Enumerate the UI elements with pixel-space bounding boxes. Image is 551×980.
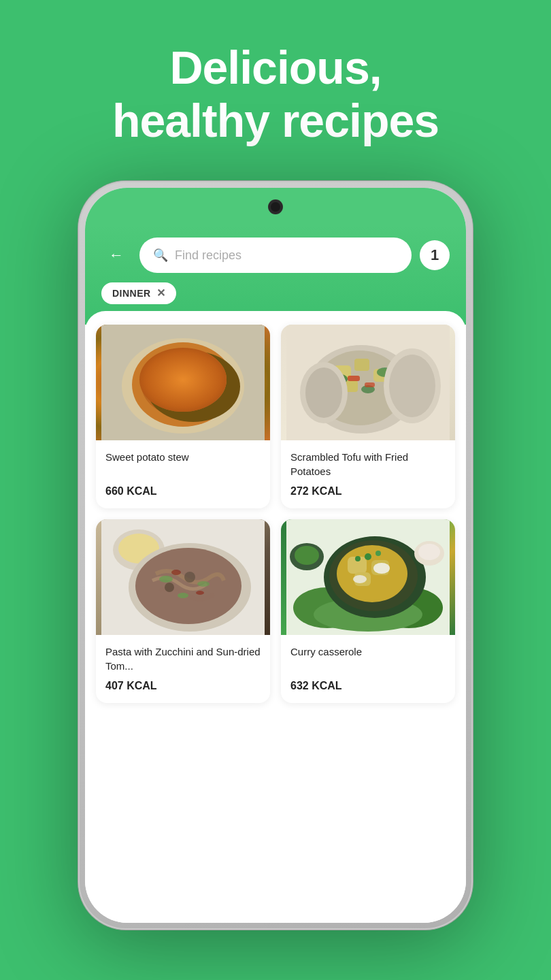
recipe-card[interactable]: Pasta with Zucchini and Sun-dried Tom...… <box>96 519 270 703</box>
svg-point-12 <box>195 370 199 374</box>
app-header: ← 🔍 Find recipes 1 DINNER ✕ <box>85 225 466 325</box>
svg-point-7 <box>186 365 194 373</box>
phone-device: ← 🔍 Find recipes 1 DINNER ✕ <box>78 181 473 930</box>
recipe-kcal: 407 KCAL <box>105 680 261 692</box>
camera-dot <box>269 200 282 214</box>
phone-screen: ← 🔍 Find recipes 1 DINNER ✕ <box>85 188 466 923</box>
svg-point-40 <box>165 583 174 592</box>
recipe-grid: Sweet potato stew 660 KCAL <box>96 325 455 703</box>
svg-point-53 <box>365 553 371 560</box>
headline: Delicious, healthy recipes <box>27 41 524 147</box>
back-button[interactable]: ← <box>101 240 131 270</box>
svg-point-57 <box>295 546 319 565</box>
phone-shell: ← 🔍 Find recipes 1 DINNER ✕ <box>78 181 473 930</box>
svg-point-26 <box>389 355 435 417</box>
search-row: ← 🔍 Find recipes 1 <box>101 238 450 273</box>
dinner-filter-chip[interactable]: DINNER ✕ <box>101 282 176 304</box>
svg-rect-23 <box>348 376 360 381</box>
svg-point-38 <box>196 591 204 595</box>
svg-point-4 <box>147 352 212 409</box>
svg-point-37 <box>171 570 181 575</box>
svg-point-28 <box>305 368 342 418</box>
chip-label: DINNER <box>112 288 151 299</box>
svg-point-39 <box>184 572 195 583</box>
recipe-info: Pasta with Zucchini and Sun-dried Tom...… <box>96 635 270 703</box>
recipe-kcal: 632 KCAL <box>290 680 446 692</box>
svg-point-5 <box>156 356 207 402</box>
svg-rect-24 <box>365 382 375 387</box>
search-bar[interactable]: 🔍 Find recipes <box>139 238 412 273</box>
recipe-name: Curry casserole <box>290 644 446 673</box>
svg-point-6 <box>161 370 171 381</box>
chip-close-icon[interactable]: ✕ <box>156 288 166 299</box>
recipe-card[interactable]: Sweet potato stew 660 KCAL <box>96 325 270 508</box>
recipe-image <box>281 325 455 440</box>
svg-point-59 <box>418 544 440 560</box>
svg-point-54 <box>375 551 381 556</box>
recipe-image <box>281 519 455 635</box>
recipe-list: Sweet potato stew 660 KCAL <box>85 311 466 923</box>
recipe-card[interactable]: Curry casserole 632 KCAL <box>281 519 455 703</box>
search-icon: 🔍 <box>153 248 168 263</box>
svg-point-51 <box>373 563 390 574</box>
svg-point-8 <box>190 392 217 400</box>
recipe-kcal: 660 KCAL <box>105 485 261 497</box>
page-background: Delicious, healthy recipes <box>0 0 551 167</box>
phone-status-bar <box>85 188 466 225</box>
recipe-info: Scrambled Tofu with Fried Potatoes 272 K… <box>281 440 455 508</box>
filter-chips: DINNER ✕ <box>101 282 450 304</box>
svg-point-11 <box>184 360 188 364</box>
svg-point-33 <box>135 548 241 624</box>
recipe-kcal: 272 KCAL <box>290 485 446 497</box>
svg-rect-17 <box>354 359 369 371</box>
recipe-info: Sweet potato stew 660 KCAL <box>96 440 270 508</box>
svg-point-36 <box>178 593 188 598</box>
svg-point-52 <box>353 575 367 583</box>
recipe-image <box>96 519 270 635</box>
svg-point-3 <box>141 348 222 416</box>
recipe-name: Scrambled Tofu with Fried Potatoes <box>290 450 446 478</box>
svg-point-35 <box>197 581 210 587</box>
svg-point-9 <box>198 396 222 403</box>
svg-point-47 <box>337 545 407 602</box>
recipe-name: Pasta with Zucchini and Sun-dried Tom... <box>105 644 261 673</box>
recipe-info: Curry casserole 632 KCAL <box>281 635 455 703</box>
svg-point-55 <box>355 556 361 561</box>
filter-count-badge[interactable]: 1 <box>420 240 450 270</box>
recipe-name: Sweet potato stew <box>105 450 261 478</box>
svg-point-34 <box>159 576 173 583</box>
recipe-card[interactable]: Scrambled Tofu with Fried Potatoes 272 K… <box>281 325 455 508</box>
search-placeholder: Find recipes <box>175 248 241 263</box>
recipe-image <box>96 325 270 440</box>
svg-point-10 <box>167 363 172 368</box>
